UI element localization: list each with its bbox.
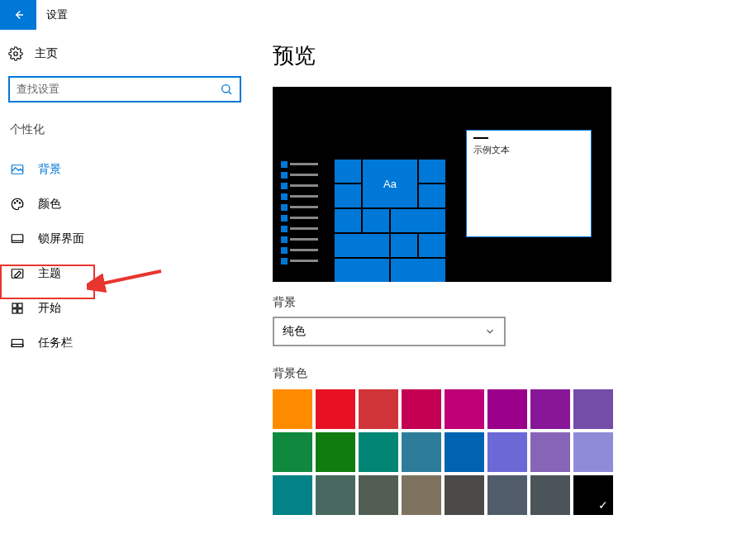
preview-sample-window: 示例文本 [466,130,592,237]
preview-tiles: Aa [335,160,445,282]
check-icon: ✓ [598,498,608,512]
color-swatch[interactable] [530,389,570,429]
bg-color-label: 背景色 [273,366,756,381]
svg-rect-8 [12,235,23,243]
background-label: 背景 [273,295,756,310]
pencil-icon [10,266,25,281]
search-placeholder: 查找设置 [17,82,59,97]
main-pane: 预览 Aa [248,40,756,515]
color-swatch[interactable] [573,432,613,472]
sidebar-item-background[interactable]: 背景 [8,152,248,187]
color-swatch[interactable] [530,432,570,472]
preview-heading: 预览 [273,41,756,70]
svg-rect-13 [12,309,17,313]
svg-point-2 [222,85,230,93]
lockscreen-icon [10,231,25,246]
color-swatch[interactable] [402,475,441,515]
svg-rect-14 [18,309,22,313]
sidebar-item-taskbar[interactable]: 任务栏 [8,326,248,360]
sidebar: 主页 查找设置 个性化 背景 颜色 [0,40,248,515]
nav-label: 锁屏界面 [38,231,84,246]
svg-point-1 [14,52,18,56]
nav-list: 背景 颜色 锁屏界面 主题 [8,152,248,360]
color-swatch[interactable] [316,475,355,515]
svg-point-5 [14,203,16,204]
color-swatch[interactable] [316,432,355,472]
chevron-down-icon [484,326,496,337]
svg-line-3 [229,92,231,94]
back-button[interactable] [0,0,36,30]
svg-rect-12 [18,303,22,307]
palette-icon [10,197,25,212]
color-grid: ✓ [273,389,756,515]
home-link[interactable]: 主页 [8,40,248,68]
back-arrow-icon [11,7,26,22]
svg-point-7 [19,203,21,204]
svg-point-6 [17,201,18,203]
taskbar-icon [10,336,25,350]
color-swatch[interactable] [530,475,570,515]
preview-sample-text: 示例文本 [473,144,584,156]
sidebar-item-lockscreen[interactable]: 锁屏界面 [8,222,248,256]
color-swatch[interactable] [445,389,484,429]
nav-label: 任务栏 [38,336,73,350]
start-icon [10,301,25,316]
color-swatch[interactable] [273,389,312,429]
color-swatch[interactable] [573,389,613,429]
color-swatch[interactable] [402,432,441,472]
window-title: 设置 [46,7,68,22]
background-dropdown[interactable]: 纯色 [273,317,506,346]
color-swatch[interactable] [445,432,484,472]
nav-label: 背景 [38,162,61,177]
picture-icon [10,162,25,177]
nav-label: 主题 [38,266,61,281]
color-swatch[interactable] [273,475,312,515]
color-swatch[interactable] [445,475,484,515]
svg-rect-15 [12,340,23,347]
home-label: 主页 [35,46,58,61]
search-input[interactable]: 查找设置 [8,76,241,102]
sidebar-item-start[interactable]: 开始 [8,291,248,326]
color-swatch[interactable] [487,432,527,472]
gear-icon [8,46,23,61]
dropdown-value: 纯色 [283,324,306,339]
svg-rect-16 [12,345,23,347]
search-icon [220,83,233,96]
color-swatch[interactable] [359,432,398,472]
nav-label: 颜色 [38,197,61,212]
color-swatch[interactable] [359,475,398,515]
preview-tile-aa: Aa [363,160,417,207]
color-swatch[interactable]: ✓ [573,475,613,515]
svg-rect-11 [12,303,17,307]
color-swatch[interactable] [487,475,527,515]
color-swatch[interactable] [316,389,355,429]
nav-label: 开始 [38,301,61,316]
sidebar-item-themes[interactable]: 主题 [8,256,248,291]
section-label: 个性化 [8,122,248,137]
color-swatch[interactable] [359,389,398,429]
color-swatch[interactable] [487,389,527,429]
sidebar-item-colors[interactable]: 颜色 [8,187,248,222]
color-swatch[interactable] [402,389,441,429]
color-swatch[interactable] [273,432,312,472]
preview-start-list [281,160,318,267]
desktop-preview: Aa 示例文本 [273,87,611,282]
